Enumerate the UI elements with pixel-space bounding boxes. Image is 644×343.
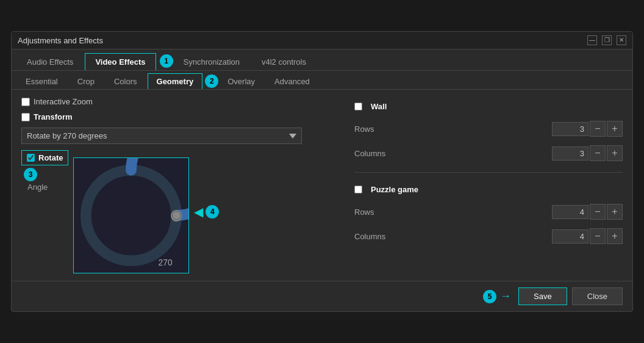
interactive-zoom-checkbox[interactable]	[21, 98, 30, 106]
wall-columns-input[interactable]	[552, 146, 589, 161]
rotate-label: Rotate	[38, 153, 63, 162]
puzzle-columns-label: Columns	[354, 232, 403, 241]
tab-crop[interactable]: Crop	[68, 73, 104, 89]
annotation-5: 5	[483, 290, 496, 303]
puzzle-rows-control: − +	[552, 204, 623, 220]
puzzle-label: Puzzle game	[371, 185, 418, 194]
tab-v4l2-controls[interactable]: v4l2 controls	[251, 53, 317, 70]
tab-video-effects[interactable]: Video Effects	[85, 53, 156, 70]
save-button[interactable]: Save	[518, 287, 567, 305]
rotate-checkbox[interactable]	[27, 154, 35, 162]
wall-rows-row: Rows − +	[354, 121, 623, 137]
wall-columns-row: Columns − +	[354, 145, 623, 161]
main-tab-bar: Audio Effects Video Effects 1 Synchroniz…	[12, 49, 632, 71]
annotation-1: 1	[160, 54, 173, 68]
transform-checkbox[interactable]	[21, 113, 30, 121]
transform-row: Transform	[21, 112, 342, 121]
wall-rows-increment[interactable]: +	[607, 121, 623, 137]
svg-point-1	[173, 211, 181, 220]
tab-advanced[interactable]: Advanced	[265, 73, 319, 89]
content-area: Interactive Zoom Transform Rotate by 90 …	[12, 90, 632, 281]
wall-checkbox[interactable]	[354, 103, 362, 110]
wall-rows-input[interactable]	[552, 122, 589, 136]
minimize-button[interactable]: —	[587, 35, 597, 45]
puzzle-rows-label: Rows	[354, 208, 403, 217]
rotate-select[interactable]: Rotate by 90 degrees Rotate by 180 degre…	[21, 128, 302, 144]
wall-rows-decrement[interactable]: −	[590, 121, 606, 137]
wall-label: Wall	[371, 102, 387, 111]
rotate-dropdown-row: Rotate by 90 degrees Rotate by 180 degre…	[21, 128, 342, 144]
wall-columns-label: Columns	[354, 149, 403, 158]
titlebar: Adjustments and Effects — ❐ ✕	[12, 32, 632, 49]
wall-rows-control: − +	[552, 121, 623, 137]
wall-row: Wall	[354, 97, 623, 116]
interactive-zoom-label: Interactive Zoom	[34, 97, 93, 106]
angle-label: Angle	[27, 182, 48, 192]
dial-container: 270	[73, 153, 189, 273]
close-button-footer[interactable]: Close	[572, 287, 623, 305]
angle-dial[interactable]: 270	[73, 157, 189, 273]
right-panel: Wall Rows − + Columns − +	[354, 97, 623, 273]
divider	[354, 172, 623, 173]
sub-tab-bar: Essential Crop Colors Geometry 2 Overlay…	[12, 71, 632, 90]
puzzle-rows-input[interactable]	[552, 205, 589, 219]
restore-button[interactable]: ❐	[602, 35, 612, 45]
tab-overlay[interactable]: Overlay	[218, 73, 264, 89]
tab-colors[interactable]: Colors	[105, 73, 146, 89]
window-controls: — ❐ ✕	[587, 35, 626, 45]
wall-columns-control: − +	[552, 145, 623, 161]
wall-columns-increment[interactable]: +	[607, 145, 623, 161]
close-button[interactable]: ✕	[617, 35, 626, 45]
annotation-2: 2	[205, 74, 218, 88]
annotation-3: 3	[24, 168, 37, 181]
puzzle-rows-increment[interactable]: +	[607, 204, 623, 220]
transform-label: Transform	[34, 112, 73, 121]
annotation-4: 4	[206, 205, 219, 218]
dial-wrapper: 270	[73, 157, 189, 273]
tab-geometry[interactable]: Geometry	[148, 73, 203, 89]
left-panel: Interactive Zoom Transform Rotate by 90 …	[21, 97, 342, 273]
puzzle-columns-increment[interactable]: +	[607, 228, 623, 244]
rotate-checkbox-box: Rotate	[21, 150, 68, 165]
interactive-zoom-row: Interactive Zoom	[21, 97, 342, 106]
main-window: Adjustments and Effects — ❐ ✕ Audio Effe…	[11, 31, 633, 312]
puzzle-columns-control: − +	[552, 228, 623, 244]
wall-rows-label: Rows	[354, 125, 403, 134]
puzzle-rows-decrement[interactable]: −	[590, 204, 606, 220]
tab-synchronization[interactable]: Synchronization	[173, 53, 251, 70]
tab-audio-effects[interactable]: Audio Effects	[16, 53, 84, 70]
puzzle-row: Puzzle game	[354, 180, 623, 199]
svg-text:270: 270	[159, 258, 173, 267]
puzzle-checkbox[interactable]	[354, 186, 362, 193]
puzzle-columns-decrement[interactable]: −	[590, 228, 606, 244]
puzzle-columns-row: Columns − +	[354, 228, 623, 244]
svg-point-0	[86, 170, 176, 261]
puzzle-columns-input[interactable]	[552, 229, 589, 244]
footer: 5 → Save Close	[12, 281, 632, 311]
tab-essential[interactable]: Essential	[16, 73, 67, 89]
window-title: Adjustments and Effects	[18, 36, 103, 45]
wall-columns-decrement[interactable]: −	[590, 145, 606, 161]
puzzle-rows-row: Rows − +	[354, 204, 623, 220]
